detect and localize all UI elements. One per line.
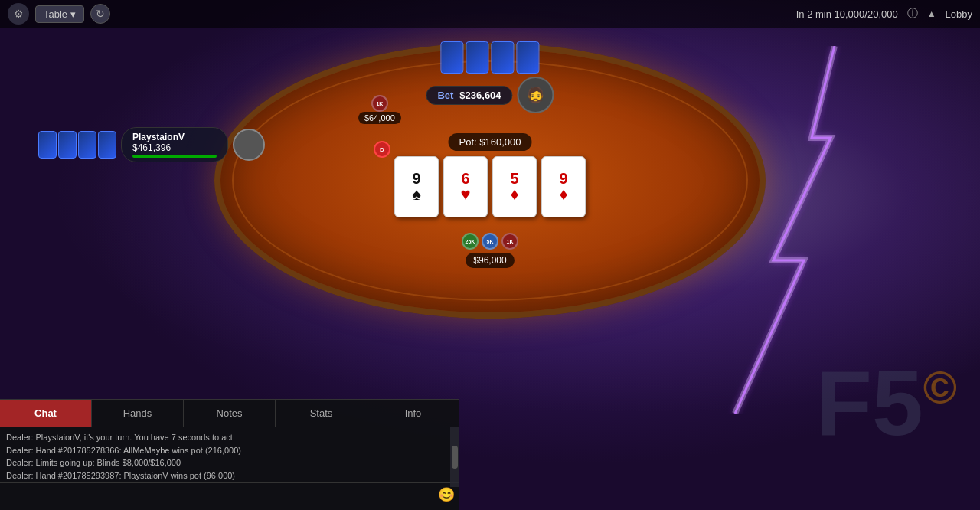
chevron-down-icon: ▾ <box>70 8 76 20</box>
top-bar-left: ⚙ Table ▾ ↻ <box>8 3 110 25</box>
chip-25k: 25K <box>462 233 479 250</box>
card-9d: 9 ♦ <box>541 156 586 217</box>
card-back <box>98 131 116 159</box>
card-back <box>78 131 96 159</box>
player-action-box: Bet $236,604 <box>426 86 512 105</box>
card-9s: 9 ♠ <box>394 156 439 217</box>
health-bar <box>132 155 217 158</box>
chip-5k: 5K <box>482 233 498 250</box>
player-info-box: PlaystaionV $461,396 <box>121 127 228 162</box>
scroll-area[interactable] <box>450 427 459 487</box>
top-bar-right: In 2 min 10,000/20,000 ⓘ ▲ Lobby <box>796 7 972 21</box>
table-container: Bet $236,604 🧔 D 1K $64,000 Pot: $160,00… <box>176 28 804 365</box>
chat-line: Dealer: PlaystaionV, it's your turn. You… <box>6 431 453 444</box>
player-left-cards <box>38 131 116 159</box>
chat-line: Dealer: Hand #201785293987: PlaystaionV … <box>6 469 453 482</box>
chat-line: Dealer: Hand #201785278366: AllMeMaybe w… <box>6 444 453 457</box>
emoji-button[interactable]: 😊 <box>438 486 455 503</box>
bottom-panel: Chat Hands Notes Stats Info Dealer: Play… <box>0 399 459 510</box>
chip-1k: 1K <box>501 233 518 250</box>
poker-table: Bet $236,604 🧔 D 1K $64,000 Pot: $160,00… <box>214 43 766 319</box>
card-5d: 5 ♦ <box>492 156 537 217</box>
top-bar: ⚙ Table ▾ ↻ In 2 min 10,000/20,000 ⓘ ▲ L… <box>0 0 980 28</box>
collapse-button[interactable]: ▲ <box>927 8 936 19</box>
chat-input[interactable] <box>5 489 438 500</box>
card-6h: 6 ♥ <box>443 156 488 217</box>
table-button[interactable]: Table ▾ <box>35 5 84 23</box>
card-back <box>517 41 540 74</box>
scroll-thumb[interactable] <box>452 446 458 469</box>
dealer-button: D <box>374 141 390 158</box>
blind-info: In 2 min 10,000/20,000 <box>796 8 898 20</box>
center-chips: 25K 5K 1K $96,000 <box>462 233 518 268</box>
player-avatar: 🧔 <box>518 77 554 113</box>
action-label: Bet <box>437 90 453 101</box>
chat-line: Dealer: Limits going up: Blinds $8,000/$… <box>6 456 453 469</box>
player-top-cards <box>441 41 540 74</box>
player-name: PlaystaionV <box>132 132 217 142</box>
side-amount: $64,000 <box>358 112 401 124</box>
community-cards: 9 ♠ 6 ♥ 5 ♦ 9 ♦ <box>394 156 586 217</box>
tab-hands[interactable]: Hands <box>92 400 184 427</box>
chip-stack: 25K 5K 1K <box>462 233 518 250</box>
chat-messages: Dealer: PlaystaionV, it's your turn. You… <box>0 427 459 482</box>
tab-chat[interactable]: Chat <box>0 400 92 427</box>
lobby-button[interactable]: Lobby <box>946 8 972 20</box>
refresh-button[interactable]: ↻ <box>90 4 110 24</box>
card-back <box>38 131 57 159</box>
tab-info[interactable]: Info <box>368 400 459 427</box>
tab-stats[interactable]: Stats <box>276 400 368 427</box>
player-top: Bet $236,604 🧔 <box>426 41 554 113</box>
settings-icon[interactable]: ⚙ <box>8 3 29 25</box>
tabs-row: Chat Hands Notes Stats Info <box>0 400 459 427</box>
card-back <box>441 41 464 74</box>
player-left: PlaystaionV $461,396 <box>38 127 265 162</box>
tab-notes[interactable]: Notes <box>184 400 276 427</box>
player-stack: $461,396 <box>132 142 217 153</box>
card-back <box>492 41 514 74</box>
card-back <box>466 41 489 74</box>
chat-input-row: 😊 <box>0 482 459 505</box>
info-icon[interactable]: ⓘ <box>907 7 918 21</box>
pot-display: Pot: $160,000 <box>449 133 532 151</box>
side-chip: 1K <box>371 95 388 112</box>
side-bet: 1K $64,000 <box>358 95 401 124</box>
card-back <box>58 131 77 159</box>
chip-amount: $96,000 <box>466 253 514 268</box>
player-avatar-left <box>233 129 265 161</box>
f5-logo: F5© <box>816 357 957 449</box>
action-amount: $236,604 <box>459 90 501 101</box>
